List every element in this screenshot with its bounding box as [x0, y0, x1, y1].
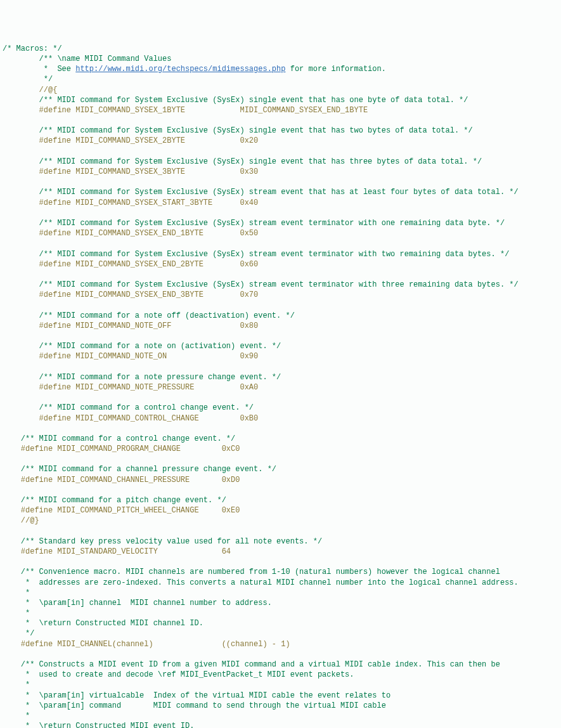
code-line: #define MIDI_COMMAND_SYSEX_START_3BYTE — [3, 198, 240, 207]
code-line: * addresses are zero-indexed. This conve… — [3, 578, 519, 587]
code-value: 0x40 — [240, 198, 258, 207]
code-line: for more information. — [285, 65, 385, 74]
code-line: //@{ — [3, 86, 57, 94]
code-line: #define MIDI_COMMAND_NOTE_PRESSURE — [3, 383, 240, 392]
code-line: /** \name MIDI Command Values — [3, 55, 171, 63]
code-line: #define MIDI_COMMAND_SYSEX_END_2BYTE — [3, 260, 240, 269]
code-line: /** MIDI command for a note pressure cha… — [3, 373, 281, 382]
code-value: MIDI_COMMAND_SYSEX_END_1BYTE — [240, 106, 368, 115]
code-value: ((channel) - 1) — [222, 640, 290, 649]
code-line: /* Macros: */ — [3, 44, 62, 53]
code-line: /** MIDI command for System Exclusive (S… — [3, 250, 509, 259]
code-value: 0x90 — [240, 352, 258, 361]
code-line: /** Constructs a MIDI event ID from a gi… — [3, 660, 500, 669]
code-line: * — [3, 712, 30, 720]
code-value: 0x30 — [240, 167, 258, 176]
code-line: /** MIDI command for System Exclusive (S… — [3, 280, 519, 289]
code-line: /** MIDI command for a pitch change even… — [3, 496, 226, 505]
code-value: 0xE0 — [222, 506, 240, 515]
code-line: * — [3, 680, 30, 689]
code-value: 0x50 — [240, 229, 258, 238]
code-line: * \return Constructed MIDI event ID. — [3, 722, 194, 728]
code-line: * See — [3, 65, 75, 74]
code-line: /** MIDI command for System Exclusive (S… — [3, 188, 519, 197]
code-line: */ — [3, 629, 34, 638]
code-line: #define MIDI_COMMAND_SYSEX_END_3BYTE — [3, 290, 240, 299]
code-line: * — [3, 588, 30, 597]
code-line: /** MIDI command for System Exclusive (S… — [3, 219, 505, 228]
code-line: /** MIDI command for a control change ev… — [3, 403, 254, 412]
code-line: #define MIDI_COMMAND_NOTE_OFF — [3, 322, 240, 330]
code-line: /** MIDI command for a note on (activati… — [3, 342, 281, 351]
code-line: #define MIDI_COMMAND_SYSEX_3BYTE — [3, 167, 240, 176]
code-line: * \return Constructed MIDI channel ID. — [3, 619, 203, 628]
code-line: /** MIDI command for a channel pressure … — [3, 465, 276, 474]
code-line: #define MIDI_COMMAND_SYSEX_1BYTE — [3, 106, 240, 115]
code-value: 0xA0 — [240, 383, 258, 392]
code-line: #define MIDI_COMMAND_PITCH_WHEEL_CHANGE — [3, 506, 222, 515]
code-line: * \param[in] virtualcable Index of the v… — [3, 691, 390, 700]
code-line: */ — [3, 75, 53, 84]
code-line: #define MIDI_COMMAND_SYSEX_2BYTE — [3, 136, 240, 145]
code-line: * \param[in] command MIDI command to sen… — [3, 701, 386, 710]
code-value: 0xD0 — [222, 476, 240, 484]
code-line: /** MIDI command for System Exclusive (S… — [3, 157, 482, 166]
code-line: #define MIDI_COMMAND_PROGRAM_CHANGE — [3, 445, 222, 453]
code-line: /** MIDI command for System Exclusive (S… — [3, 126, 473, 135]
code-line: #define MIDI_COMMAND_NOTE_ON — [3, 352, 240, 361]
code-line: /** MIDI command for a note off (deactiv… — [3, 311, 295, 320]
code-value: 0x70 — [240, 290, 258, 299]
code-value: 0xC0 — [222, 445, 240, 453]
code-line: #define MIDI_COMMAND_CHANNEL_PRESSURE — [3, 476, 222, 484]
code-line: #define MIDI_STANDARD_VELOCITY — [3, 547, 222, 556]
code-listing: /* Macros: */ /** \name MIDI Command Val… — [3, 44, 558, 728]
code-line: #define MIDI_COMMAND_SYSEX_END_1BYTE — [3, 229, 240, 238]
code-value: 64 — [222, 547, 231, 556]
code-line: //@} — [3, 516, 39, 525]
code-line: /** MIDI command for System Exclusive (S… — [3, 96, 468, 105]
code-line: /** Convenience macro. MIDI channels are… — [3, 568, 500, 576]
code-value: 0x20 — [240, 136, 258, 145]
code-line: #define MIDI_CHANNEL(channel) — [3, 640, 222, 649]
code-line: /** MIDI command for a control change ev… — [3, 434, 235, 443]
code-value: 0x60 — [240, 260, 258, 269]
code-value: 0xB0 — [240, 414, 258, 423]
code-line: * \param[in] channel MIDI channel number… — [3, 599, 272, 608]
code-line: * — [3, 609, 30, 618]
code-line: * used to create and decode \ref MIDI_Ev… — [3, 670, 354, 679]
code-line: #define MIDI_COMMAND_CONTROL_CHANGE — [3, 414, 240, 423]
link-midi-spec[interactable]: http://www.midi.org/techspecs/midimessag… — [75, 65, 285, 74]
code-line: /** Standard key press velocity value us… — [3, 537, 322, 546]
code-value: 0x80 — [240, 322, 258, 330]
